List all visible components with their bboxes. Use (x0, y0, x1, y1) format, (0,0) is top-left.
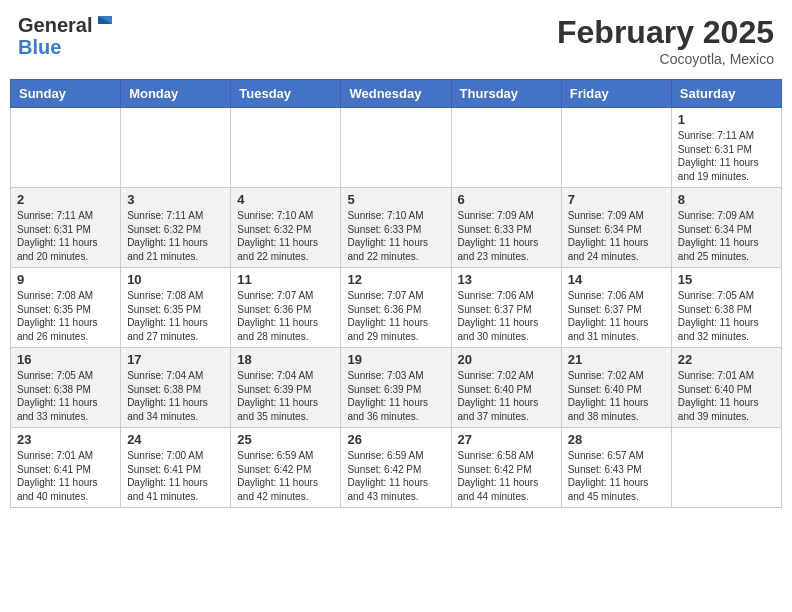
calendar-cell (671, 428, 781, 508)
day-number: 20 (458, 352, 555, 367)
calendar-cell: 2Sunrise: 7:11 AM Sunset: 6:31 PM Daylig… (11, 188, 121, 268)
day-info: Sunrise: 6:58 AM Sunset: 6:42 PM Dayligh… (458, 449, 555, 503)
day-info: Sunrise: 7:03 AM Sunset: 6:39 PM Dayligh… (347, 369, 444, 423)
calendar-cell: 9Sunrise: 7:08 AM Sunset: 6:35 PM Daylig… (11, 268, 121, 348)
calendar-table: SundayMondayTuesdayWednesdayThursdayFrid… (10, 79, 782, 508)
day-number: 23 (17, 432, 114, 447)
calendar-cell: 3Sunrise: 7:11 AM Sunset: 6:32 PM Daylig… (121, 188, 231, 268)
day-number: 3 (127, 192, 224, 207)
day-number: 24 (127, 432, 224, 447)
calendar-cell: 8Sunrise: 7:09 AM Sunset: 6:34 PM Daylig… (671, 188, 781, 268)
day-number: 15 (678, 272, 775, 287)
calendar-week-row: 23Sunrise: 7:01 AM Sunset: 6:41 PM Dayli… (11, 428, 782, 508)
calendar-cell: 14Sunrise: 7:06 AM Sunset: 6:37 PM Dayli… (561, 268, 671, 348)
calendar-cell: 18Sunrise: 7:04 AM Sunset: 6:39 PM Dayli… (231, 348, 341, 428)
day-info: Sunrise: 7:06 AM Sunset: 6:37 PM Dayligh… (568, 289, 665, 343)
logo-flag-icon (94, 14, 116, 36)
day-of-week-header: Monday (121, 80, 231, 108)
day-number: 28 (568, 432, 665, 447)
day-number: 14 (568, 272, 665, 287)
day-info: Sunrise: 7:09 AM Sunset: 6:33 PM Dayligh… (458, 209, 555, 263)
day-info: Sunrise: 7:06 AM Sunset: 6:37 PM Dayligh… (458, 289, 555, 343)
day-info: Sunrise: 6:59 AM Sunset: 6:42 PM Dayligh… (237, 449, 334, 503)
calendar-cell: 16Sunrise: 7:05 AM Sunset: 6:38 PM Dayli… (11, 348, 121, 428)
day-info: Sunrise: 7:08 AM Sunset: 6:35 PM Dayligh… (127, 289, 224, 343)
day-info: Sunrise: 7:10 AM Sunset: 6:32 PM Dayligh… (237, 209, 334, 263)
day-info: Sunrise: 7:01 AM Sunset: 6:41 PM Dayligh… (17, 449, 114, 503)
day-info: Sunrise: 7:11 AM Sunset: 6:31 PM Dayligh… (17, 209, 114, 263)
day-number: 5 (347, 192, 444, 207)
calendar-cell: 21Sunrise: 7:02 AM Sunset: 6:40 PM Dayli… (561, 348, 671, 428)
month-title: February 2025 (557, 14, 774, 51)
day-number: 16 (17, 352, 114, 367)
day-info: Sunrise: 7:02 AM Sunset: 6:40 PM Dayligh… (458, 369, 555, 423)
day-info: Sunrise: 7:05 AM Sunset: 6:38 PM Dayligh… (17, 369, 114, 423)
day-of-week-header: Thursday (451, 80, 561, 108)
day-info: Sunrise: 7:04 AM Sunset: 6:38 PM Dayligh… (127, 369, 224, 423)
day-info: Sunrise: 7:05 AM Sunset: 6:38 PM Dayligh… (678, 289, 775, 343)
calendar-week-row: 1Sunrise: 7:11 AM Sunset: 6:31 PM Daylig… (11, 108, 782, 188)
calendar-cell: 1Sunrise: 7:11 AM Sunset: 6:31 PM Daylig… (671, 108, 781, 188)
calendar-cell (341, 108, 451, 188)
calendar-week-row: 9Sunrise: 7:08 AM Sunset: 6:35 PM Daylig… (11, 268, 782, 348)
calendar-cell: 25Sunrise: 6:59 AM Sunset: 6:42 PM Dayli… (231, 428, 341, 508)
day-info: Sunrise: 7:11 AM Sunset: 6:32 PM Dayligh… (127, 209, 224, 263)
day-number: 18 (237, 352, 334, 367)
day-number: 25 (237, 432, 334, 447)
day-number: 4 (237, 192, 334, 207)
page-header: General Blue February 2025 Cocoyotla, Me… (10, 10, 782, 71)
day-info: Sunrise: 7:07 AM Sunset: 6:36 PM Dayligh… (237, 289, 334, 343)
day-info: Sunrise: 7:08 AM Sunset: 6:35 PM Dayligh… (17, 289, 114, 343)
day-number: 17 (127, 352, 224, 367)
day-info: Sunrise: 7:09 AM Sunset: 6:34 PM Dayligh… (678, 209, 775, 263)
title-block: February 2025 Cocoyotla, Mexico (557, 14, 774, 67)
day-of-week-header: Tuesday (231, 80, 341, 108)
day-number: 21 (568, 352, 665, 367)
calendar-cell (561, 108, 671, 188)
calendar-cell: 4Sunrise: 7:10 AM Sunset: 6:32 PM Daylig… (231, 188, 341, 268)
location: Cocoyotla, Mexico (557, 51, 774, 67)
calendar-cell: 17Sunrise: 7:04 AM Sunset: 6:38 PM Dayli… (121, 348, 231, 428)
calendar-cell: 26Sunrise: 6:59 AM Sunset: 6:42 PM Dayli… (341, 428, 451, 508)
day-number: 22 (678, 352, 775, 367)
day-number: 9 (17, 272, 114, 287)
day-of-week-header: Friday (561, 80, 671, 108)
calendar-cell: 24Sunrise: 7:00 AM Sunset: 6:41 PM Dayli… (121, 428, 231, 508)
day-info: Sunrise: 7:10 AM Sunset: 6:33 PM Dayligh… (347, 209, 444, 263)
calendar-cell: 22Sunrise: 7:01 AM Sunset: 6:40 PM Dayli… (671, 348, 781, 428)
day-info: Sunrise: 7:11 AM Sunset: 6:31 PM Dayligh… (678, 129, 775, 183)
calendar-cell: 20Sunrise: 7:02 AM Sunset: 6:40 PM Dayli… (451, 348, 561, 428)
calendar-cell: 7Sunrise: 7:09 AM Sunset: 6:34 PM Daylig… (561, 188, 671, 268)
calendar-cell (231, 108, 341, 188)
calendar-cell: 13Sunrise: 7:06 AM Sunset: 6:37 PM Dayli… (451, 268, 561, 348)
calendar-cell (451, 108, 561, 188)
day-number: 19 (347, 352, 444, 367)
day-number: 13 (458, 272, 555, 287)
day-number: 26 (347, 432, 444, 447)
logo: General Blue (18, 14, 116, 58)
day-of-week-header: Wednesday (341, 80, 451, 108)
calendar-cell (121, 108, 231, 188)
calendar-cell: 28Sunrise: 6:57 AM Sunset: 6:43 PM Dayli… (561, 428, 671, 508)
day-number: 12 (347, 272, 444, 287)
day-number: 10 (127, 272, 224, 287)
calendar-cell: 27Sunrise: 6:58 AM Sunset: 6:42 PM Dayli… (451, 428, 561, 508)
calendar-cell: 23Sunrise: 7:01 AM Sunset: 6:41 PM Dayli… (11, 428, 121, 508)
calendar-week-row: 2Sunrise: 7:11 AM Sunset: 6:31 PM Daylig… (11, 188, 782, 268)
calendar-cell (11, 108, 121, 188)
day-number: 7 (568, 192, 665, 207)
calendar-cell: 10Sunrise: 7:08 AM Sunset: 6:35 PM Dayli… (121, 268, 231, 348)
calendar-cell: 19Sunrise: 7:03 AM Sunset: 6:39 PM Dayli… (341, 348, 451, 428)
day-number: 1 (678, 112, 775, 127)
day-info: Sunrise: 7:02 AM Sunset: 6:40 PM Dayligh… (568, 369, 665, 423)
day-number: 6 (458, 192, 555, 207)
day-info: Sunrise: 7:09 AM Sunset: 6:34 PM Dayligh… (568, 209, 665, 263)
calendar-cell: 12Sunrise: 7:07 AM Sunset: 6:36 PM Dayli… (341, 268, 451, 348)
calendar-cell: 5Sunrise: 7:10 AM Sunset: 6:33 PM Daylig… (341, 188, 451, 268)
day-info: Sunrise: 6:57 AM Sunset: 6:43 PM Dayligh… (568, 449, 665, 503)
day-info: Sunrise: 7:00 AM Sunset: 6:41 PM Dayligh… (127, 449, 224, 503)
day-of-week-header: Sunday (11, 80, 121, 108)
day-number: 11 (237, 272, 334, 287)
day-info: Sunrise: 7:01 AM Sunset: 6:40 PM Dayligh… (678, 369, 775, 423)
day-info: Sunrise: 7:04 AM Sunset: 6:39 PM Dayligh… (237, 369, 334, 423)
